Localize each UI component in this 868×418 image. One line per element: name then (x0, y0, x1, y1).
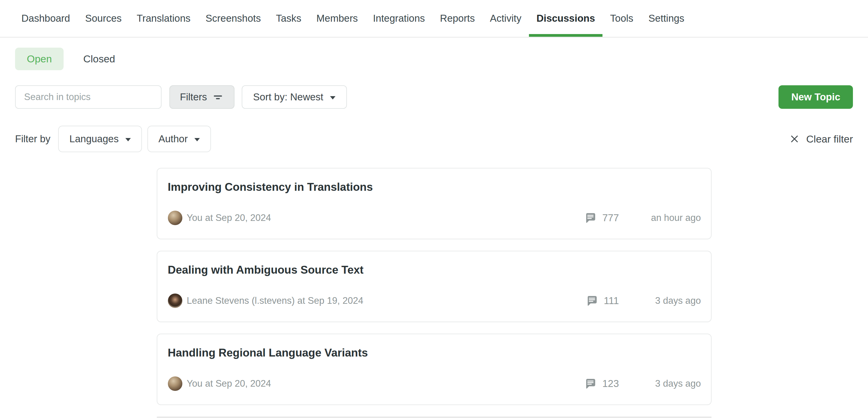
comment-count-group: 111 (586, 294, 619, 307)
avatar (168, 211, 182, 225)
nav-item-activity[interactable]: Activity (482, 0, 529, 37)
filter-by-label: Filter by (15, 133, 50, 144)
tab-closed[interactable]: Closed (71, 47, 127, 70)
tab-open[interactable]: Open (15, 47, 64, 70)
nav-item-settings[interactable]: Settings (641, 0, 692, 37)
toolbar: Filters Sort by: Newest New Topic (15, 85, 853, 109)
list-divider (157, 417, 712, 418)
discussion-card[interactable]: Handling Regional Language Variants You … (157, 333, 712, 405)
nav-item-tasks[interactable]: Tasks (268, 0, 309, 37)
status-tabs: Open Closed (15, 47, 853, 70)
author-line: You at Sep 20, 2024 (187, 213, 271, 223)
nav-item-tools[interactable]: Tools (602, 0, 641, 37)
updated-time: 3 days ago (619, 378, 701, 389)
comment-bubble-icon (584, 212, 597, 224)
discussion-card[interactable]: Dealing with Ambiguous Source Text Leane… (157, 251, 712, 322)
new-topic-button[interactable]: New Topic (778, 85, 853, 109)
nav-item-screenshots[interactable]: Screenshots (198, 0, 268, 37)
discussion-title[interactable]: Dealing with Ambiguous Source Text (168, 264, 701, 276)
filter-lines-icon (212, 91, 224, 103)
comment-count: 777 (602, 212, 619, 224)
close-icon (789, 133, 800, 144)
filters-button[interactable]: Filters (169, 85, 235, 109)
sort-dropdown-label: Sort by: Newest (253, 91, 323, 103)
discussions-page: Open Closed Filters Sort by: Newest New … (0, 47, 868, 418)
nav-item-reports[interactable]: Reports (433, 0, 483, 37)
new-topic-button-label: New Topic (791, 91, 840, 103)
nav-item-members[interactable]: Members (309, 0, 366, 37)
discussion-title[interactable]: Handling Regional Language Variants (168, 347, 701, 359)
nav-item-translations[interactable]: Translations (129, 0, 198, 37)
nav-item-integrations[interactable]: Integrations (365, 0, 432, 37)
filter-bar: Filter by Languages Author Clear filter (15, 126, 853, 152)
discussion-meta: You at Sep 20, 2024 777 an hour ago (168, 211, 701, 225)
chevron-down-icon (125, 138, 131, 141)
discussion-title[interactable]: Improving Consistency in Translations (168, 181, 701, 193)
discussion-meta: You at Sep 20, 2024 123 3 days ago (168, 377, 701, 391)
languages-filter-label: Languages (69, 133, 119, 144)
chevron-down-icon (330, 96, 336, 99)
comment-count-group: 123 (584, 377, 619, 390)
top-nav: Dashboard Sources Translations Screensho… (0, 0, 868, 38)
author-line: Leane Stevens (l.stevens) at Sep 19, 202… (187, 295, 364, 306)
author-filter-label: Author (158, 133, 188, 144)
discussion-card[interactable]: Improving Consistency in Translations Yo… (157, 168, 712, 239)
filters-button-label: Filters (180, 91, 207, 103)
avatar (168, 293, 182, 308)
avatar (168, 377, 182, 391)
languages-filter-dropdown[interactable]: Languages (58, 126, 142, 152)
updated-time: an hour ago (619, 213, 701, 223)
comment-bubble-icon (586, 294, 598, 307)
nav-item-dashboard[interactable]: Dashboard (14, 0, 78, 37)
discussion-list: Improving Consistency in Translations Yo… (157, 168, 712, 418)
nav-item-sources[interactable]: Sources (78, 0, 129, 37)
comment-count-group: 777 (584, 212, 619, 224)
updated-time: 3 days ago (619, 295, 701, 306)
discussion-meta: Leane Stevens (l.stevens) at Sep 19, 202… (168, 293, 701, 308)
comment-count: 111 (604, 295, 619, 307)
comment-count: 123 (602, 378, 619, 389)
author-line: You at Sep 20, 2024 (187, 378, 271, 389)
search-input[interactable] (15, 85, 161, 109)
comment-bubble-icon (584, 377, 597, 390)
author-filter-dropdown[interactable]: Author (147, 126, 211, 152)
sort-dropdown[interactable]: Sort by: Newest (242, 85, 347, 109)
clear-filter-button[interactable]: Clear filter (789, 133, 853, 145)
clear-filter-label: Clear filter (806, 133, 853, 145)
chevron-down-icon (194, 138, 200, 141)
nav-item-discussions[interactable]: Discussions (529, 0, 602, 37)
